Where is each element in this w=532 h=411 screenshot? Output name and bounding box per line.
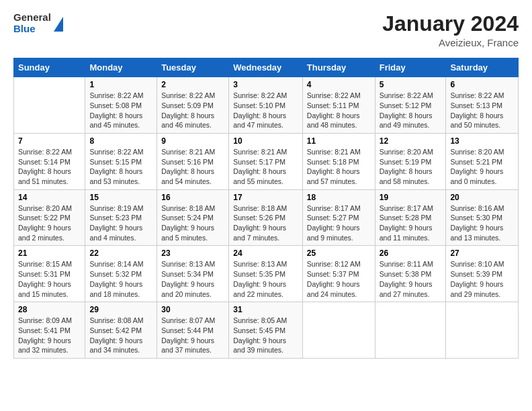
sunrise-text: Sunrise: 8:07 AM (161, 316, 215, 324)
calendar-cell: 21 Sunrise: 8:15 AM Sunset: 5:31 PM Dayl… (14, 246, 85, 302)
daylight-text: Daylight: 8 hours and 48 minutes. (307, 111, 360, 130)
sunset-text: Sunset: 5:26 PM (233, 214, 285, 222)
daylight-text: Daylight: 9 hours and 13 minutes. (450, 224, 503, 242)
calendar-cell: 13 Sunrise: 8:20 AM Sunset: 5:21 PM Dayl… (446, 133, 519, 189)
daylight-text: Daylight: 9 hours and 29 minutes. (450, 280, 503, 298)
daylight-text: Daylight: 9 hours and 15 minutes. (18, 280, 71, 298)
calendar-cell (302, 302, 375, 359)
daylight-text: Daylight: 8 hours and 46 minutes. (161, 111, 214, 130)
sunset-text: Sunset: 5:17 PM (233, 158, 285, 166)
day-info: Sunrise: 8:22 AM Sunset: 5:13 PM Dayligh… (450, 91, 514, 130)
day-number: 14 (18, 193, 81, 202)
sunset-text: Sunset: 5:27 PM (307, 214, 359, 222)
calendar-cell: 22 Sunrise: 8:14 AM Sunset: 5:32 PM Dayl… (85, 246, 157, 302)
col-tuesday: Tuesday (157, 58, 229, 77)
sunset-text: Sunset: 5:30 PM (450, 214, 502, 222)
col-friday: Friday (375, 58, 446, 77)
day-info: Sunrise: 8:21 AM Sunset: 5:17 PM Dayligh… (233, 147, 298, 187)
day-number: 10 (233, 136, 298, 146)
calendar-table: Sunday Monday Tuesday Wednesday Thursday… (13, 58, 519, 359)
day-number: 17 (233, 193, 298, 202)
day-number: 12 (380, 136, 442, 146)
main-title: January 2024 (382, 12, 519, 36)
day-info: Sunrise: 8:09 AM Sunset: 5:41 PM Dayligh… (18, 316, 81, 355)
sunset-text: Sunset: 5:15 PM (89, 158, 142, 166)
day-info: Sunrise: 8:22 AM Sunset: 5:11 PM Dayligh… (307, 91, 371, 130)
sunrise-text: Sunrise: 8:10 AM (450, 260, 504, 268)
sunset-text: Sunset: 5:31 PM (18, 270, 71, 278)
daylight-text: Daylight: 8 hours and 55 minutes. (233, 167, 286, 185)
day-info: Sunrise: 8:16 AM Sunset: 5:30 PM Dayligh… (450, 203, 514, 243)
sunrise-text: Sunrise: 8:14 AM (89, 260, 143, 268)
day-info: Sunrise: 8:13 AM Sunset: 5:35 PM Dayligh… (233, 259, 298, 299)
sunrise-text: Sunrise: 8:18 AM (233, 204, 287, 212)
day-number: 2 (161, 80, 224, 89)
calendar-cell: 18 Sunrise: 8:17 AM Sunset: 5:27 PM Dayl… (302, 189, 375, 246)
daylight-text: Daylight: 9 hours and 37 minutes. (161, 336, 214, 355)
day-info: Sunrise: 8:20 AM Sunset: 5:22 PM Dayligh… (18, 203, 81, 243)
daylight-text: Daylight: 8 hours and 51 minutes. (18, 167, 71, 185)
calendar-cell: 28 Sunrise: 8:09 AM Sunset: 5:41 PM Dayl… (14, 302, 85, 359)
sunrise-text: Sunrise: 8:22 AM (89, 91, 143, 99)
calendar-cell: 20 Sunrise: 8:16 AM Sunset: 5:30 PM Dayl… (446, 189, 519, 246)
day-number: 31 (233, 305, 298, 314)
sunrise-text: Sunrise: 8:22 AM (161, 91, 215, 99)
sunset-text: Sunset: 5:44 PM (161, 326, 214, 334)
sunrise-text: Sunrise: 8:21 AM (161, 148, 215, 156)
calendar-cell: 9 Sunrise: 8:21 AM Sunset: 5:16 PM Dayli… (157, 133, 229, 189)
calendar-cell: 25 Sunrise: 8:12 AM Sunset: 5:37 PM Dayl… (302, 246, 375, 302)
day-number: 6 (450, 80, 514, 89)
sunset-text: Sunset: 5:38 PM (380, 270, 432, 278)
daylight-text: Daylight: 9 hours and 11 minutes. (380, 224, 433, 242)
calendar-cell: 16 Sunrise: 8:18 AM Sunset: 5:24 PM Dayl… (157, 189, 229, 246)
sunset-text: Sunset: 5:11 PM (307, 101, 359, 109)
calendar-cell (14, 77, 85, 134)
day-info: Sunrise: 8:20 AM Sunset: 5:21 PM Dayligh… (450, 147, 514, 187)
calendar-cell: 12 Sunrise: 8:20 AM Sunset: 5:19 PM Dayl… (375, 133, 446, 189)
day-number: 22 (89, 248, 152, 258)
calendar-cell: 17 Sunrise: 8:18 AM Sunset: 5:26 PM Dayl… (229, 189, 303, 246)
daylight-text: Daylight: 9 hours and 5 minutes. (161, 224, 214, 242)
day-number: 5 (380, 80, 442, 89)
calendar-cell: 10 Sunrise: 8:21 AM Sunset: 5:17 PM Dayl… (229, 133, 303, 189)
sunset-text: Sunset: 5:41 PM (18, 326, 71, 334)
sunset-text: Sunset: 5:23 PM (89, 214, 142, 222)
sunrise-text: Sunrise: 8:20 AM (450, 148, 504, 156)
col-thursday: Thursday (302, 58, 375, 77)
logo-text: General Blue (13, 12, 51, 34)
sunset-text: Sunset: 5:28 PM (380, 214, 432, 222)
sunset-text: Sunset: 5:32 PM (89, 270, 142, 278)
sunrise-text: Sunrise: 8:18 AM (161, 204, 215, 212)
day-info: Sunrise: 8:13 AM Sunset: 5:34 PM Dayligh… (161, 259, 224, 299)
daylight-text: Daylight: 8 hours and 49 minutes. (380, 111, 433, 130)
day-number: 28 (18, 305, 81, 314)
sunset-text: Sunset: 5:37 PM (307, 270, 359, 278)
sunrise-text: Sunrise: 8:21 AM (233, 148, 287, 156)
sunrise-text: Sunrise: 8:22 AM (18, 148, 72, 156)
day-info: Sunrise: 8:10 AM Sunset: 5:39 PM Dayligh… (450, 259, 514, 299)
day-info: Sunrise: 8:22 AM Sunset: 5:15 PM Dayligh… (89, 147, 152, 187)
sunrise-text: Sunrise: 8:22 AM (450, 91, 504, 99)
calendar-week-row: 7 Sunrise: 8:22 AM Sunset: 5:14 PM Dayli… (14, 133, 519, 189)
sunrise-text: Sunrise: 8:17 AM (307, 204, 361, 212)
calendar-cell: 6 Sunrise: 8:22 AM Sunset: 5:13 PM Dayli… (446, 77, 519, 134)
col-saturday: Saturday (446, 58, 519, 77)
daylight-text: Daylight: 8 hours and 47 minutes. (233, 111, 286, 130)
sunrise-text: Sunrise: 8:21 AM (307, 148, 361, 156)
header: General Blue January 2024 Aveizieux, Fra… (13, 12, 519, 48)
daylight-text: Daylight: 9 hours and 18 minutes. (89, 280, 142, 298)
daylight-text: Daylight: 9 hours and 9 minutes. (307, 224, 360, 242)
calendar-cell (375, 302, 446, 359)
daylight-text: Daylight: 8 hours and 57 minutes. (307, 167, 360, 185)
col-sunday: Sunday (14, 58, 85, 77)
daylight-text: Daylight: 9 hours and 39 minutes. (233, 336, 286, 355)
calendar-cell: 23 Sunrise: 8:13 AM Sunset: 5:34 PM Dayl… (157, 246, 229, 302)
calendar-cell: 5 Sunrise: 8:22 AM Sunset: 5:12 PM Dayli… (375, 77, 446, 134)
calendar-cell: 24 Sunrise: 8:13 AM Sunset: 5:35 PM Dayl… (229, 246, 303, 302)
sunset-text: Sunset: 5:34 PM (161, 270, 214, 278)
day-info: Sunrise: 8:20 AM Sunset: 5:19 PM Dayligh… (380, 147, 442, 187)
calendar-week-row: 14 Sunrise: 8:20 AM Sunset: 5:22 PM Dayl… (14, 189, 519, 246)
sunrise-text: Sunrise: 8:09 AM (18, 316, 72, 324)
sunrise-text: Sunrise: 8:15 AM (18, 260, 72, 268)
calendar-cell: 7 Sunrise: 8:22 AM Sunset: 5:14 PM Dayli… (14, 133, 85, 189)
